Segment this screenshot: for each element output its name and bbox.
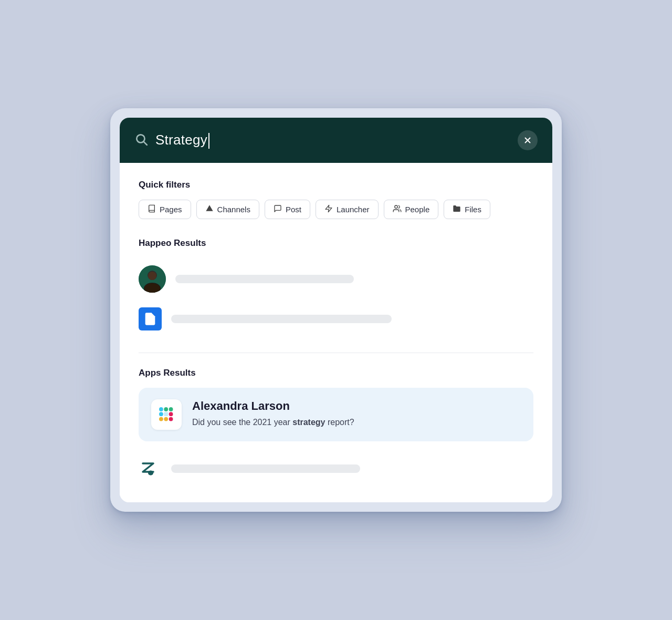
slack-person-name: Alexandra Larson [192, 399, 521, 413]
result-item-zendesk[interactable] [139, 450, 533, 488]
slack-message-before: Did you see the 2021 year [192, 418, 292, 427]
slack-result-card[interactable]: Alexandra Larson Did you see the 2021 ye… [139, 388, 533, 441]
slack-message: Did you see the 2021 year strategy repor… [192, 416, 521, 429]
channels-label: Channels [217, 205, 250, 214]
svg-point-9 [148, 272, 156, 280]
svg-rect-18 [169, 412, 173, 416]
people-icon [393, 204, 402, 214]
zendesk-icon [139, 457, 162, 480]
result-item-doc[interactable] [139, 300, 533, 338]
filter-chip-channels[interactable]: Channels [196, 200, 259, 219]
person-avatar [139, 265, 166, 293]
svg-rect-22 [164, 412, 168, 416]
post-label: Post [286, 205, 301, 214]
svg-rect-20 [164, 417, 168, 421]
svg-rect-17 [169, 407, 173, 411]
happeo-results-section: Happeo Results [139, 238, 533, 338]
svg-marker-4 [206, 205, 213, 211]
result-skeleton-doc [171, 315, 392, 323]
pages-label: Pages [160, 205, 182, 214]
result-item-person[interactable] [139, 258, 533, 300]
channels-icon [205, 204, 214, 214]
filter-chip-launcher[interactable]: Launcher [316, 200, 379, 219]
slack-card-text: Alexandra Larson Did you see the 2021 ye… [192, 399, 521, 429]
filter-chip-pages[interactable]: Pages [139, 200, 191, 219]
launcher-label: Launcher [337, 205, 370, 214]
files-label: Files [465, 205, 481, 214]
svg-point-5 [394, 205, 397, 208]
result-skeleton-zendesk [171, 464, 360, 473]
files-icon [453, 204, 461, 214]
search-header: Strategy [120, 118, 552, 163]
close-button[interactable] [518, 130, 538, 150]
svg-rect-19 [169, 417, 173, 421]
filters-row: Pages Channels [139, 200, 533, 219]
doc-icon [139, 307, 162, 330]
quick-filters-label: Quick filters [139, 180, 533, 190]
people-label: People [405, 205, 430, 214]
svg-rect-14 [159, 407, 163, 411]
search-window: Strategy Quick filters [120, 118, 552, 502]
filter-chip-files[interactable]: Files [444, 200, 490, 219]
launcher-icon [324, 204, 333, 214]
filter-chip-post[interactable]: Post [265, 200, 310, 219]
filter-chip-people[interactable]: People [384, 200, 439, 219]
svg-rect-16 [164, 407, 168, 411]
post-icon [274, 204, 282, 214]
pages-icon [148, 204, 156, 214]
quick-filters-section: Quick filters Pages [139, 180, 533, 219]
section-divider [139, 353, 533, 353]
result-skeleton-person [175, 275, 354, 283]
content-area: Quick filters Pages [120, 163, 552, 502]
slack-message-bold: strategy [292, 418, 325, 427]
svg-line-1 [144, 142, 147, 145]
slack-icon-wrap [151, 399, 182, 430]
slack-message-after: report? [325, 418, 354, 427]
apps-results-section: Apps Results [139, 368, 533, 488]
svg-rect-23 [139, 457, 162, 480]
search-icon [134, 132, 148, 148]
svg-rect-21 [159, 417, 163, 421]
svg-rect-15 [159, 412, 163, 416]
apps-results-label: Apps Results [139, 368, 533, 378]
cursor [208, 133, 209, 149]
happeo-results-label: Happeo Results [139, 238, 533, 249]
search-input[interactable]: Strategy [155, 132, 510, 149]
app-window: Strategy Quick filters [110, 108, 562, 512]
